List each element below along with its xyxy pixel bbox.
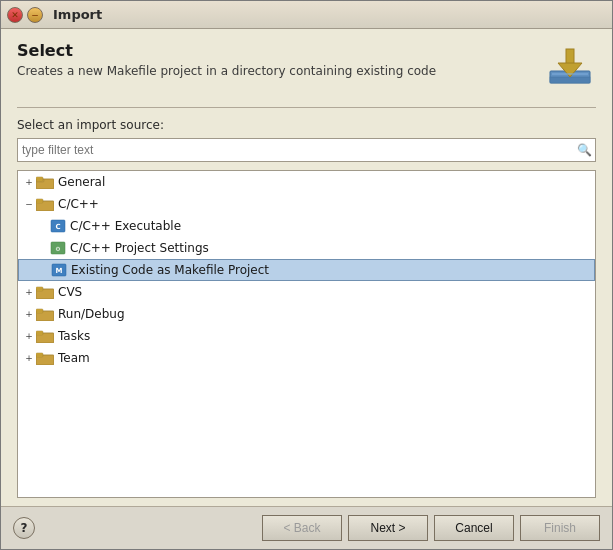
next-button[interactable]: Next > xyxy=(348,515,428,541)
filter-input[interactable] xyxy=(17,138,596,162)
window-controls: ✕ − xyxy=(7,7,43,23)
svg-rect-4 xyxy=(552,73,588,75)
clear-filter-icon[interactable]: 🔍 xyxy=(577,143,592,157)
expander-cvs[interactable]: + xyxy=(22,285,36,299)
tree-label-cpp-exe: C/C++ Executable xyxy=(70,219,181,233)
tree-label-cpp: C/C++ xyxy=(58,197,99,211)
cancel-button[interactable]: Cancel xyxy=(434,515,514,541)
folder-icon-rundebug xyxy=(36,307,54,321)
header-text: Select Creates a new Makefile project in… xyxy=(17,41,436,78)
header-divider xyxy=(17,107,596,108)
tree-label-tasks: Tasks xyxy=(58,329,90,343)
tree-item-cvs[interactable]: + CVS xyxy=(18,281,595,303)
tree-item-cpp-existing[interactable]: M Existing Code as Makefile Project xyxy=(18,259,595,281)
expander-team[interactable]: + xyxy=(22,351,36,365)
folder-icon-tasks xyxy=(36,329,54,343)
tree-item-team[interactable]: + Team xyxy=(18,347,595,369)
tree-label-cvs: CVS xyxy=(58,285,82,299)
bottom-right: < Back Next > Cancel Finish xyxy=(262,515,600,541)
bottom-left: ? xyxy=(13,517,35,539)
back-button[interactable]: < Back xyxy=(262,515,342,541)
page-title: Select xyxy=(17,41,436,60)
window-title: Import xyxy=(53,7,102,22)
minimize-button[interactable]: − xyxy=(27,7,43,23)
expander-tasks[interactable]: + xyxy=(22,329,36,343)
tree-item-rundebug[interactable]: + Run/Debug xyxy=(18,303,595,325)
expander-cpp[interactable]: − xyxy=(22,197,36,211)
tree-label-rundebug: Run/Debug xyxy=(58,307,125,321)
svg-rect-1 xyxy=(550,77,590,83)
finish-button[interactable]: Finish xyxy=(520,515,600,541)
tree-item-cpp-exe[interactable]: C C/C++ Executable xyxy=(18,215,595,237)
cpp-existing-icon: M xyxy=(51,263,67,277)
tree-item-cpp-proj[interactable]: ⚙ C/C++ Project Settings xyxy=(18,237,595,259)
header-section: Select Creates a new Makefile project in… xyxy=(17,41,596,89)
expander-rundebug[interactable]: + xyxy=(22,307,36,321)
tree-label-cpp-proj: C/C++ Project Settings xyxy=(70,241,209,255)
expander-general[interactable]: + xyxy=(22,175,36,189)
tree-item-cpp[interactable]: − C/C++ xyxy=(18,193,595,215)
svg-text:⚙: ⚙ xyxy=(55,245,60,252)
folder-icon-general xyxy=(36,175,54,189)
close-button[interactable]: ✕ xyxy=(7,7,23,23)
tree-label-team: Team xyxy=(58,351,90,365)
tree-container[interactable]: + General − xyxy=(17,170,596,498)
folder-icon-cpp xyxy=(36,197,54,211)
svg-text:M: M xyxy=(56,267,63,275)
bottom-bar: ? < Back Next > Cancel Finish xyxy=(1,506,612,549)
import-dialog: ✕ − Import Select Creates a new Makefile… xyxy=(0,0,613,550)
svg-text:C: C xyxy=(55,223,60,231)
cpp-exe-icon: C xyxy=(50,219,66,233)
folder-icon-team xyxy=(36,351,54,365)
cpp-proj-icon: ⚙ xyxy=(50,241,66,255)
tree-label-general: General xyxy=(58,175,105,189)
tree-item-tasks[interactable]: + Tasks xyxy=(18,325,595,347)
help-button[interactable]: ? xyxy=(13,517,35,539)
tree-label-cpp-existing: Existing Code as Makefile Project xyxy=(71,263,269,277)
tree-item-general[interactable]: + General xyxy=(18,171,595,193)
content-area: Select Creates a new Makefile project in… xyxy=(1,29,612,506)
title-bar: ✕ − Import xyxy=(1,1,612,29)
filter-input-wrapper: 🔍 xyxy=(17,138,596,162)
import-icon-svg xyxy=(546,43,594,87)
folder-icon-cvs xyxy=(36,285,54,299)
filter-label: Select an import source: xyxy=(17,118,596,132)
page-subtitle: Creates a new Makefile project in a dire… xyxy=(17,64,436,78)
import-icon xyxy=(544,41,596,89)
